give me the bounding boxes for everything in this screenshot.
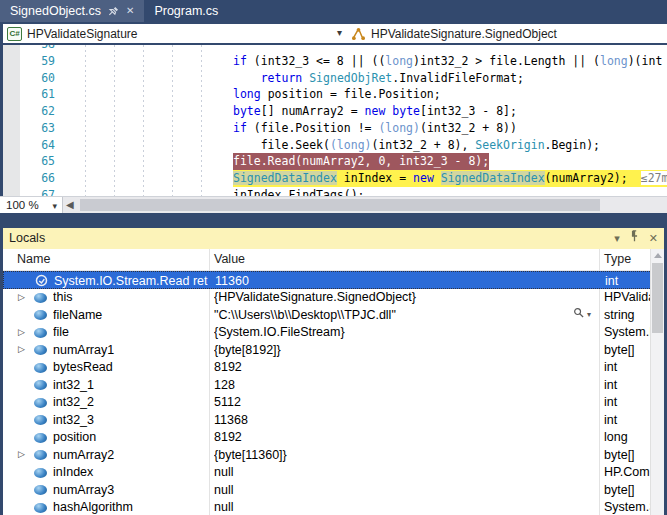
close-icon[interactable]: ✕ bbox=[126, 6, 134, 16]
variable-name: numArray2 bbox=[53, 448, 207, 462]
variable-value[interactable]: 5112 bbox=[214, 395, 574, 409]
pin-icon[interactable] bbox=[108, 6, 119, 17]
locals-grid-header[interactable]: Name Value Type bbox=[3, 249, 664, 271]
horizontal-scrollbar-thumb[interactable] bbox=[80, 199, 600, 211]
variable-name: fileName bbox=[53, 308, 207, 322]
variable-value[interactable]: null bbox=[214, 465, 574, 479]
code-text: byte[] numArray2 = new byte[int32_3 - 8]… bbox=[233, 103, 517, 120]
locals-row-int32-1[interactable]: int32_1128int bbox=[3, 376, 664, 394]
close-icon[interactable]: ✕ bbox=[649, 233, 658, 244]
variable-icon bbox=[34, 433, 47, 443]
locals-row-numarray3[interactable]: numArray3nullbyte[] bbox=[3, 481, 664, 499]
vertical-scrollbar-thumb[interactable] bbox=[652, 263, 663, 333]
variable-name: file bbox=[53, 325, 207, 339]
locals-row-position[interactable]: position8192long bbox=[3, 429, 664, 447]
code-line-65[interactable]: 65file.Read(numArray2, 0, int32_3 - 8); bbox=[0, 153, 667, 170]
perf-tip[interactable]: ≤27ms bbox=[641, 171, 667, 185]
variable-value[interactable]: {byte[11360]} bbox=[214, 448, 574, 462]
locals-row-numarray1[interactable]: ▷numArray1{byte[8192]}byte[] bbox=[3, 341, 664, 359]
project-dropdown[interactable]: C# HPValidateSignature ▾ bbox=[3, 24, 348, 43]
locals-window: Locals ▾ ✕ Name Value Type System.IO.Str… bbox=[0, 228, 667, 515]
expand-arrow-icon[interactable]: ▷ bbox=[18, 327, 25, 337]
code-line-67[interactable]: 67inIndex.FindTags(); bbox=[0, 187, 667, 196]
code-text: if (file.Position != (long)(int32_2 + 8)… bbox=[233, 120, 517, 137]
variable-type: int bbox=[604, 395, 653, 409]
variable-type: byte[] bbox=[604, 448, 653, 462]
code-text: return SignedObjRet.InvalidFileFormat; bbox=[233, 70, 524, 87]
locals-row-numarray2[interactable]: ▷numArray2{byte[11360]}byte[] bbox=[3, 446, 664, 464]
locals-row-system-io-stream-read-returned[interactable]: System.IO.Stream.Read returned11360int bbox=[3, 271, 664, 289]
locals-row-int32-2[interactable]: int32_25112int bbox=[3, 394, 664, 412]
line-number: 64 bbox=[18, 137, 55, 154]
variable-icon bbox=[34, 468, 47, 478]
csharp-project-icon: C# bbox=[7, 27, 22, 41]
pin-icon[interactable] bbox=[630, 228, 639, 249]
variable-name: System.IO.Stream.Read returned bbox=[54, 274, 208, 288]
expand-arrow-icon[interactable]: ▷ bbox=[18, 344, 25, 354]
variable-value[interactable]: 11360 bbox=[215, 274, 575, 288]
variable-value[interactable]: null bbox=[214, 483, 574, 497]
tab-signedobject-cs[interactable]: SignedObject.cs ✕ bbox=[0, 0, 144, 22]
locals-row-bytesread[interactable]: bytesRead8192int bbox=[3, 359, 664, 377]
code-line-64[interactable]: 64 file.Seek((long)(int32_2 + 8), SeekOr… bbox=[0, 137, 667, 154]
locals-row-inindex[interactable]: inIndexnullHP.Com bbox=[3, 464, 664, 482]
variable-value[interactable]: "C:\\Users\\b\\Desktop\\TPJC.dll" bbox=[214, 308, 574, 322]
variable-icon bbox=[34, 398, 47, 408]
tab-program-cs[interactable]: Program.cs bbox=[144, 0, 228, 22]
type-dropdown[interactable]: HPValidateSignature.SignedObject bbox=[347, 24, 667, 43]
column-header-value[interactable]: Value bbox=[214, 252, 245, 266]
code-text: file.Seek((long)(int32_2 + 8), SeekOrigi… bbox=[233, 137, 600, 154]
locals-grid: System.IO.Stream.Read returned11360int▷t… bbox=[3, 271, 664, 515]
locals-row-this[interactable]: ▷this{HPValidateSignature.SignedObject}H… bbox=[3, 289, 664, 307]
variable-icon bbox=[34, 503, 47, 513]
variable-value[interactable]: 11368 bbox=[214, 413, 574, 427]
document-tab-bar: SignedObject.cs ✕ Program.cs bbox=[0, 0, 667, 22]
code-line-66[interactable]: 66SignedDataIndex inIndex = new SignedDa… bbox=[0, 170, 667, 187]
variable-value[interactable]: {System.IO.FileStream} bbox=[214, 325, 574, 339]
scroll-up-arrow-icon[interactable] bbox=[654, 253, 662, 258]
variable-value[interactable]: {byte[8192]} bbox=[214, 343, 574, 357]
variable-type: HP.Com bbox=[604, 465, 653, 479]
scroll-left-button[interactable]: ◀ bbox=[66, 199, 74, 210]
variable-type: byte[] bbox=[604, 483, 653, 497]
column-header-name[interactable]: Name bbox=[17, 252, 50, 266]
variable-value[interactable]: 8192 bbox=[214, 360, 574, 374]
variable-value[interactable]: 8192 bbox=[214, 430, 574, 444]
navigation-bar: C# HPValidateSignature ▾ HPValidateSigna… bbox=[0, 22, 667, 45]
code-line-62[interactable]: 62byte[] numArray2 = new byte[int32_3 - … bbox=[0, 103, 667, 120]
variable-type: HPValidateSignature.SignedObject bbox=[604, 290, 653, 304]
locals-row-hashalgorithm[interactable]: hashAlgorithmnullSystem.S bbox=[3, 499, 664, 515]
variable-value[interactable]: {HPValidateSignature.SignedObject} bbox=[214, 290, 574, 304]
text-visualizer-magnifier-icon[interactable]: ▾ bbox=[573, 307, 591, 319]
variable-icon bbox=[34, 345, 47, 355]
line-number: 66 bbox=[18, 170, 55, 187]
editor-scroll-row: 100 % ▾ ◀ bbox=[0, 196, 667, 213]
locals-title-bar[interactable]: Locals ▾ ✕ bbox=[3, 228, 664, 249]
panel-splitter[interactable] bbox=[0, 213, 667, 228]
variable-icon bbox=[34, 450, 47, 460]
variable-value[interactable]: 128 bbox=[214, 378, 574, 392]
code-line-60[interactable]: 60 return SignedObjRet.InvalidFileFormat… bbox=[0, 70, 667, 87]
expand-arrow-icon[interactable]: ▷ bbox=[18, 449, 25, 459]
expand-arrow-icon[interactable]: ▷ bbox=[18, 292, 25, 302]
code-line-61[interactable]: 61long position = file.Position; bbox=[0, 86, 667, 103]
window-position-caret-icon[interactable]: ▾ bbox=[614, 233, 620, 244]
editor-zoom-dropdown[interactable]: 100 % ▾ bbox=[0, 197, 63, 213]
variable-value[interactable]: null bbox=[214, 500, 574, 514]
locals-row-int32-3[interactable]: int32_311368int bbox=[3, 411, 664, 429]
code-line-58[interactable]: 58 bbox=[0, 45, 667, 53]
column-header-type[interactable]: Type bbox=[604, 252, 631, 266]
variable-type: System.IO.FileStream bbox=[604, 325, 653, 339]
editor-zoom-value: 100 % bbox=[6, 199, 39, 211]
code-line-63[interactable]: 63if (file.Position != (long)(int32_2 + … bbox=[0, 120, 667, 137]
chevron-down-icon: ▾ bbox=[52, 198, 57, 214]
vertical-scrollbar[interactable] bbox=[650, 249, 664, 515]
visual-studio-window: SignedObject.cs ✕ Program.cs C# HPValida… bbox=[0, 0, 667, 515]
variable-type: int bbox=[604, 413, 653, 427]
variable-type: int bbox=[604, 360, 653, 374]
code-line-59[interactable]: 59if (int32_3 <= 8 || ((long)int32_2 > f… bbox=[0, 53, 667, 70]
variable-name: int32_2 bbox=[53, 395, 207, 409]
locals-row-filename[interactable]: fileName"C:\\Users\\b\\Desktop\\TPJC.dll… bbox=[3, 306, 664, 324]
code-editor[interactable]: 5859if (int32_3 <= 8 || ((long)int32_2 >… bbox=[0, 45, 667, 196]
locals-row-file[interactable]: ▷file{System.IO.FileStream}System.IO.Fil… bbox=[3, 324, 664, 342]
